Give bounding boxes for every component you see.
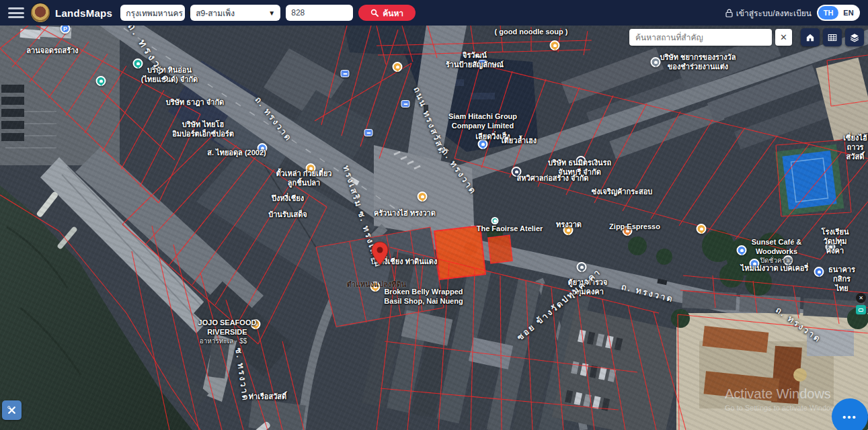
map-pin-teal[interactable] <box>96 76 106 86</box>
map-pin-food[interactable] <box>370 282 381 292</box>
map-pin-food[interactable] <box>251 319 261 329</box>
map-pin-food[interactable] <box>393 62 403 72</box>
map-pin-shield[interactable] <box>401 100 410 108</box>
map-pin-food[interactable] <box>550 40 560 50</box>
poi-search-bar: ✕ <box>629 28 864 46</box>
search-button[interactable]: ค้นหา <box>358 5 416 21</box>
map-pin-blue[interactable] <box>478 139 488 149</box>
hamburger-menu-icon[interactable] <box>8 7 24 18</box>
province-select[interactable]: กรุงเทพมหานคร ▼ <box>120 5 185 21</box>
dol-logo <box>31 3 50 22</box>
map-pin-gray[interactable] <box>783 255 793 265</box>
measurement-tools-button[interactable] <box>2 400 22 420</box>
map-pin-blue[interactable] <box>750 259 760 269</box>
chevron-down-icon: ▼ <box>268 9 275 17</box>
lang-th-button[interactable]: TH <box>818 6 838 19</box>
app-title: LandsMaps <box>55 7 112 19</box>
layers-icon <box>849 32 861 44</box>
login-register-label: เข้าสู่ระบบ/ลงทะเบียน <box>736 7 812 19</box>
map-pin-gray[interactable] <box>651 57 661 67</box>
map-pin-blue[interactable] <box>737 245 747 255</box>
map-pin-food[interactable] <box>563 225 574 235</box>
map-pin-shield[interactable] <box>341 70 350 77</box>
login-register-link[interactable]: เข้าสู่ระบบ/ลงทะเบียน <box>725 7 812 19</box>
close-icon[interactable]: ✕ <box>856 293 866 303</box>
streetview-camera-icon[interactable] <box>856 305 866 314</box>
chat-button[interactable]: ••• <box>832 398 868 430</box>
satellite-imagery <box>0 26 868 430</box>
home-icon <box>804 32 816 44</box>
map-pin-shield[interactable] <box>479 60 487 67</box>
layers-button[interactable] <box>845 28 864 46</box>
lock-icon <box>725 9 733 17</box>
lang-en-button[interactable]: EN <box>838 6 859 19</box>
map-pin-food[interactable] <box>418 191 428 202</box>
selected-parcel-marker[interactable] <box>371 241 389 265</box>
map-sheet-select[interactable]: ส9-สามเพ็ง ▼ <box>190 5 280 21</box>
map-pin-food[interactable] <box>697 224 707 234</box>
top-navbar: LandsMaps กรุงเทพมหานคร ▼ ส9-สามเพ็ง ▼ ค… <box>0 0 868 26</box>
province-select-value: กรุงเทพมหานคร <box>126 7 183 19</box>
parcel-number-input[interactable] <box>286 5 353 21</box>
search-icon <box>370 9 379 17</box>
map-pin-police[interactable] <box>577 262 587 272</box>
map-pin-gray[interactable] <box>826 242 836 252</box>
clear-search-button[interactable]: ✕ <box>775 29 792 46</box>
map-pin-tealdot[interactable] <box>491 217 499 224</box>
language-toggle: TH EN <box>817 5 860 21</box>
poi-search-input[interactable] <box>629 29 772 46</box>
search-button-label: ค้นหา <box>383 7 403 19</box>
map-pin-teal[interactable] <box>133 58 143 69</box>
grid-sheets-button[interactable] <box>823 28 842 46</box>
map-pin-food[interactable] <box>306 163 316 173</box>
map-pin-dark[interactable] <box>512 167 522 177</box>
sheet-select-value: ส9-สามเพ็ง <box>196 7 235 19</box>
tools-icon <box>6 404 17 416</box>
map-pin-dark[interactable] <box>576 156 586 166</box>
map-pin-bank[interactable] <box>814 267 824 277</box>
map-pin-blue[interactable] <box>258 143 268 153</box>
home-extent-button[interactable] <box>801 28 820 46</box>
map-pin-shield[interactable] <box>364 129 373 136</box>
grid-icon <box>826 32 838 44</box>
map-pin-cafe[interactable] <box>623 226 633 236</box>
map-canvas[interactable]: ( good noodle soup )ลานจอดรถสร้างจิรวัฒน… <box>0 26 868 430</box>
